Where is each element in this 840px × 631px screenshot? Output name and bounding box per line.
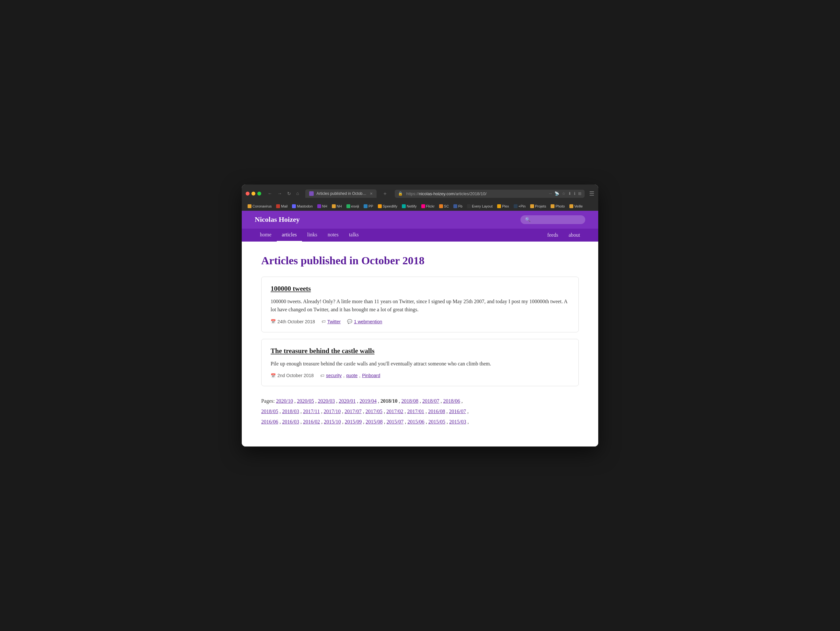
bookmark-label: Projets (535, 204, 546, 208)
tag-security[interactable]: security (326, 373, 341, 378)
browser-tab[interactable]: Articles published in October 2 ✕ (305, 189, 377, 198)
page-link[interactable]: 2018/07 (422, 398, 439, 404)
page-link[interactable]: 2018/06 (443, 398, 460, 404)
bookmark-speedlify[interactable]: Speedlify (376, 204, 399, 209)
mentions-link[interactable]: 1 webmention (354, 319, 382, 324)
page-link[interactable]: 2016/06 (261, 419, 278, 424)
forward-button[interactable]: → (276, 190, 283, 197)
info-icon[interactable]: ℹ (574, 191, 576, 196)
nav-feeds[interactable]: feeds (542, 229, 564, 241)
page-link[interactable]: 2018/05 (261, 408, 278, 414)
tab-close-icon[interactable]: ✕ (370, 191, 373, 196)
new-tab-button[interactable]: ＋ (381, 190, 390, 198)
page-link[interactable]: 2015/07 (387, 419, 403, 424)
bookmark-netlify[interactable]: Netlify (400, 204, 419, 209)
tag-quote[interactable]: quote (346, 373, 357, 378)
download-icon[interactable]: ⬇ (568, 191, 572, 196)
date-text: 24th October 2018 (278, 319, 315, 324)
bookmark-veille[interactable]: Veille (567, 204, 585, 209)
article-title-link[interactable]: The treasure behind the castle walls (271, 347, 375, 355)
article-card: The treasure behind the castle walls Pil… (261, 339, 579, 386)
page-link[interactable]: 2016/08 (428, 408, 445, 414)
page-link[interactable]: 2017/02 (386, 408, 403, 414)
nav-about[interactable]: about (563, 229, 585, 241)
home-button[interactable]: ⌂ (295, 190, 300, 197)
more-icon[interactable]: ··· (549, 191, 552, 196)
bookmark-fb[interactable]: Fb (452, 204, 464, 209)
close-button[interactable] (246, 191, 249, 196)
page-link[interactable]: 2017/11 (303, 408, 320, 414)
site-nav-right: feeds about (542, 229, 585, 241)
article-date: 📅 24th October 2018 (271, 319, 315, 324)
bookmark-label: Every Layout (472, 204, 493, 208)
article-title-link[interactable]: 100000 tweets (271, 285, 311, 293)
site-nav: home articles links notes talks feeds ab… (242, 229, 598, 242)
site-logo[interactable]: Nicolas Hoizey (255, 215, 300, 224)
bookmark-nh2[interactable]: NH (330, 204, 344, 209)
bookmark-coronavirus[interactable]: Coronavirus (246, 204, 273, 209)
bookmark-pin[interactable]: +Pin (512, 204, 527, 209)
tag-icon: 🏷 (320, 373, 324, 378)
folder-icon (248, 204, 251, 208)
rss-icon[interactable]: 📡 (554, 191, 559, 196)
nav-talks[interactable]: talks (344, 229, 364, 242)
bookmark-nh1[interactable]: NH (315, 204, 329, 209)
search-form[interactable]: 🔍 (521, 215, 585, 224)
page-link[interactable]: 2020/01 (339, 398, 355, 404)
bookmark-projets[interactable]: Projets (528, 204, 548, 209)
page-link[interactable]: 2015/09 (345, 419, 362, 424)
pagination: Pages: 2020/10 , 2020/05 , 2020/03 , 202… (261, 396, 579, 427)
page-link[interactable]: 2017/05 (366, 408, 382, 414)
addressbar-right-icons: ··· 📡 ☆ ⬇ ℹ ⊞ (549, 191, 581, 196)
page-link[interactable]: 2015/10 (324, 419, 341, 424)
bookmark-sc[interactable]: SC (437, 204, 451, 209)
mail-icon (276, 204, 280, 208)
page-link[interactable]: 2020/03 (318, 398, 335, 404)
nav-articles[interactable]: articles (277, 229, 302, 242)
page-link[interactable]: 2017/01 (407, 408, 424, 414)
page-link[interactable]: 2016/03 (282, 419, 299, 424)
page-link[interactable]: 2015/05 (428, 419, 445, 424)
page-link[interactable]: 2017/10 (324, 408, 341, 414)
page-link[interactable]: 2020/10 (276, 398, 293, 404)
menu-icon[interactable]: ☰ (589, 190, 594, 197)
back-button[interactable]: ← (266, 190, 273, 197)
star-icon[interactable]: ☆ (562, 191, 565, 196)
page-link[interactable]: 2015/03 (449, 419, 466, 424)
minimize-button[interactable] (251, 191, 255, 196)
page-link[interactable]: 2015/06 (407, 419, 424, 424)
bookmark-plex[interactable]: Plex (495, 204, 511, 209)
nav-home[interactable]: home (255, 229, 277, 242)
bookmark-label: Photo (556, 204, 565, 208)
bookmark-photo[interactable]: Photo (549, 204, 567, 209)
page-link[interactable]: 2018/03 (282, 408, 299, 414)
bookmark-label: Mail (281, 204, 287, 208)
page-link[interactable]: 2020/05 (297, 398, 314, 404)
bookmark-label: +Pin (518, 204, 526, 208)
article-excerpt: Pile up enough treasure behind the castl… (271, 360, 569, 368)
pagination-label: Pages: (261, 398, 275, 404)
page-link[interactable]: 2019/04 (360, 398, 377, 404)
reload-button[interactable]: ↻ (286, 190, 292, 197)
tag-separator: , (359, 373, 360, 378)
bookmark-everylayout[interactable]: Every Layout (465, 204, 494, 209)
nav-notes[interactable]: notes (322, 229, 344, 242)
bookmark-flickr[interactable]: Flickr (419, 204, 437, 209)
tag-pinboard[interactable]: Pinboard (362, 373, 380, 378)
grid-icon[interactable]: ⊞ (578, 191, 581, 196)
page-link[interactable]: 2017/07 (344, 408, 362, 414)
bookmark-esviji[interactable]: esviji (344, 204, 361, 209)
bookmark-pp[interactable]: PP (362, 204, 375, 209)
nav-links[interactable]: links (302, 229, 322, 242)
page-link[interactable]: 2016/07 (449, 408, 466, 414)
maximize-button[interactable] (257, 191, 261, 196)
page-link[interactable]: 2018/08 (401, 398, 418, 404)
address-bar[interactable]: 🔒 https://nicolas-hoizey.com/articles/20… (395, 190, 585, 198)
bookmark-mail[interactable]: Mail (274, 204, 289, 209)
url-display: https://nicolas-hoizey.com/articles/2018… (406, 191, 547, 196)
tag-link[interactable]: Twitter (327, 319, 341, 324)
mention-icon: 💬 (347, 319, 352, 324)
page-link[interactable]: 2016/02 (303, 419, 320, 424)
page-link[interactable]: 2015/08 (366, 419, 382, 424)
bookmark-mastodon[interactable]: Mastodon (290, 204, 314, 209)
